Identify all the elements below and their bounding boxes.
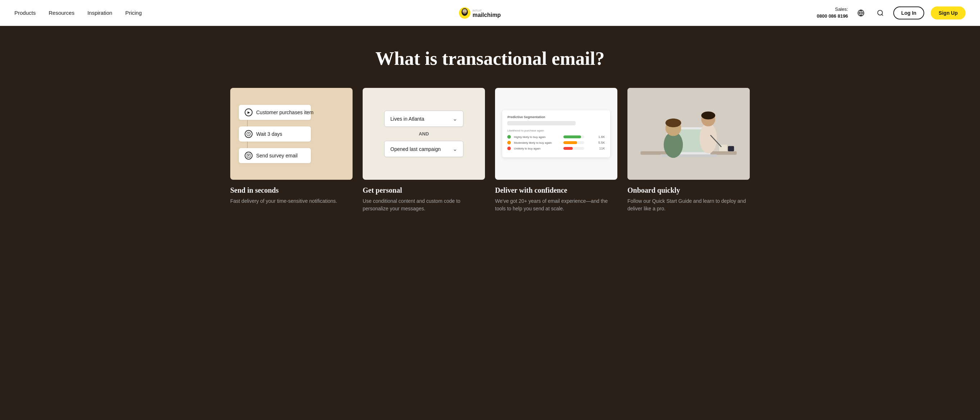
dashboard-widget: Predictive Segmentation Likelihood to pu… (502, 110, 610, 157)
survey-icon (245, 152, 253, 160)
main-section: What is transactional email? ▶ Customer … (0, 26, 980, 420)
bar-value-3: 11K (587, 147, 605, 150)
globe-icon[interactable] (854, 6, 867, 19)
flow-item-survey: Send survey email (239, 148, 311, 163)
svg-point-23 (699, 123, 717, 154)
bar-fill-3 (563, 147, 573, 150)
bar-dot-3 (507, 147, 511, 150)
bar-label-3: Unlikely to buy again (514, 147, 560, 150)
page-title: What is transactional email? (22, 48, 958, 70)
header-actions: Sales: 0800 086 8196 Log In Sign Up (817, 6, 966, 19)
bar-dot-1 (507, 135, 511, 139)
card-image-people (627, 88, 750, 180)
dash-main-title: Predictive Segmentation (507, 115, 605, 119)
people-svg (627, 88, 750, 180)
svg-text:INTUIT: INTUIT (473, 9, 482, 12)
flow-connector-1 (247, 120, 248, 126)
svg-point-25 (701, 112, 715, 120)
signup-button[interactable]: Sign Up (931, 6, 966, 19)
bar-dot-2 (507, 141, 511, 144)
segment-dropdown-2[interactable]: Opened last campaign (384, 141, 463, 157)
card-send-seconds: ▶ Customer purchases item Wait 3 days (230, 88, 353, 212)
feature-desc-confidence: We've got 20+ years of email experience—… (495, 197, 617, 212)
main-nav: Products Resources Inspiration Pricing (14, 10, 142, 16)
nav-products[interactable]: Products (14, 10, 36, 16)
svg-point-5 (463, 10, 464, 11)
svg-point-10 (878, 10, 883, 15)
feature-title-confidence: Deliver with confidence (495, 186, 617, 195)
segment-dropdown-1[interactable]: Lives in Atlanta (384, 110, 463, 127)
card-get-personal: Lives in Atlanta AND Opened last campaig… (363, 88, 485, 212)
dash-row-3: Unlikely to buy again 11K (507, 147, 605, 150)
svg-text:mailchimp: mailchimp (473, 12, 501, 18)
card-onboard-quickly: Onboard quickly Follow our Quick Start G… (627, 88, 750, 212)
feature-title-personal: Get personal (363, 186, 485, 195)
flow-connector-2 (247, 142, 248, 148)
play-icon: ▶ (245, 109, 253, 117)
card-image-segment: Lives in Atlanta AND Opened last campaig… (363, 88, 485, 180)
flow-item-wait: Wait 3 days (239, 126, 311, 142)
svg-rect-26 (728, 146, 734, 152)
bar-fill-1 (563, 136, 581, 138)
card-image-dashboard: Predictive Segmentation Likelihood to pu… (495, 88, 617, 180)
sales-label: Sales: (817, 6, 848, 13)
dash-divider (507, 121, 576, 125)
feature-desc-personal: Use conditional content and custom code … (363, 197, 485, 212)
nav-pricing[interactable]: Pricing (125, 10, 142, 16)
bar-container-1 (563, 136, 584, 138)
nav-resources[interactable]: Resources (49, 10, 75, 16)
sales-number: 0800 086 8196 (817, 13, 848, 19)
bar-fill-2 (563, 141, 577, 144)
feature-desc-onboard: Follow our Quick Start Guide and learn t… (627, 197, 750, 212)
dash-row-2: Moderately likely to buy again 5.5K (507, 141, 605, 144)
bar-value-1: 1.6K (587, 135, 605, 139)
features-row: ▶ Customer purchases item Wait 3 days (22, 88, 958, 212)
svg-point-22 (665, 118, 681, 127)
logo[interactable]: INTUIT mailchimp (458, 5, 522, 21)
feature-title-send: Send in seconds (230, 186, 353, 195)
dash-chart-title: Likelihood to purchase again (507, 129, 605, 132)
sales-info: Sales: 0800 086 8196 (817, 6, 848, 19)
dash-row-1: Highly likely to buy again 1.6K (507, 135, 605, 139)
chevron-down-icon-1 (453, 115, 457, 122)
bar-value-2: 5.5K (587, 141, 605, 144)
bar-container-2 (563, 141, 584, 144)
search-icon[interactable] (874, 6, 887, 19)
flow-item-purchase: ▶ Customer purchases item (239, 105, 311, 120)
header: Products Resources Inspiration Pricing I… (0, 0, 980, 26)
svg-point-6 (465, 10, 466, 11)
feature-desc-send: Fast delivery of your time-sensitive not… (230, 197, 353, 205)
chevron-down-icon-2 (453, 145, 457, 152)
segment-and-label: AND (419, 131, 429, 137)
clock-icon (245, 130, 253, 138)
login-button[interactable]: Log In (893, 6, 924, 19)
bar-label-2: Moderately likely to buy again (514, 141, 560, 144)
card-deliver-confidence: Predictive Segmentation Likelihood to pu… (495, 88, 617, 212)
bar-label-1: Highly likely to buy again (514, 136, 560, 139)
feature-title-onboard: Onboard quickly (627, 186, 750, 195)
bar-container-3 (563, 147, 584, 150)
card-image-automation: ▶ Customer purchases item Wait 3 days (230, 88, 353, 180)
nav-inspiration[interactable]: Inspiration (88, 10, 112, 16)
